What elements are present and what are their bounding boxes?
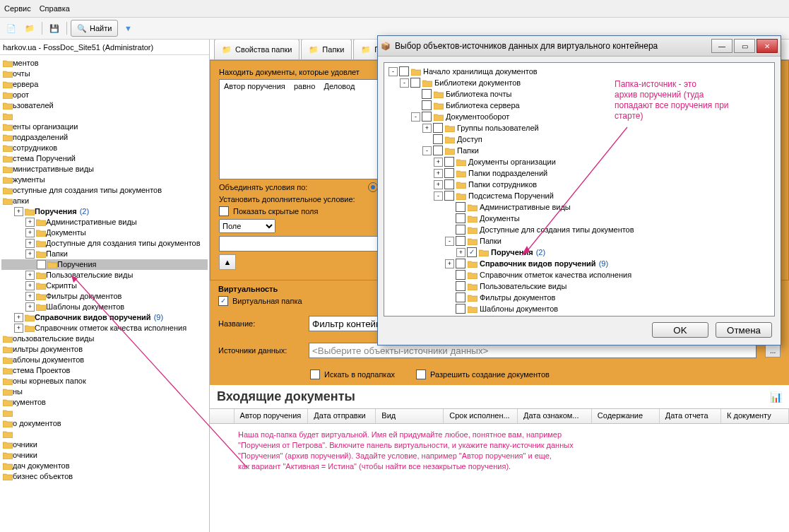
expand-icon[interactable]: + — [25, 292, 35, 301]
dialog-tree-item[interactable]: Справочник отметок качества исполнения — [387, 269, 771, 280]
tree-item[interactable]: стема Поручений — [1, 153, 208, 164]
tree-item[interactable]: енты организации — [1, 122, 208, 132]
search-subfolders-check[interactable] — [310, 370, 320, 379]
combine-and-radio[interactable] — [368, 182, 378, 192]
dialog-tree-item[interactable]: -Папки — [387, 145, 771, 156]
expand-icon[interactable]: - — [388, 67, 398, 76]
tree-checkbox[interactable] — [456, 225, 465, 235]
tree-item[interactable]: ервера — [1, 79, 208, 90]
close-button[interactable]: ✕ — [757, 39, 778, 53]
tree-item[interactable]: +Справочник видов поручений(9) — [1, 312, 208, 323]
dialog-tree-item[interactable]: Документы — [387, 213, 771, 224]
tree-checkbox[interactable] — [410, 78, 420, 88]
tree-item[interactable]: очты — [1, 69, 208, 79]
tab-folders[interactable]: 📁Папки — [301, 40, 352, 59]
dialog-tree-item[interactable]: -Подсистема Поручений — [387, 190, 771, 201]
tree-checkbox[interactable] — [456, 259, 465, 268]
tree-checkbox[interactable] — [444, 179, 454, 189]
dialog-tree-item[interactable]: Пользовательские виды — [387, 280, 771, 292]
dialog-tree-item[interactable]: Административные виды — [387, 201, 771, 213]
tab-folder-props[interactable]: 📁Свойства папки — [214, 40, 299, 59]
tree-item[interactable]: +Справочник отметок качества исполнения — [1, 323, 208, 333]
tree-item[interactable]: дач документов — [1, 461, 208, 471]
tree-item[interactable]: стема Проектов — [1, 365, 208, 376]
tree-item[interactable]: +Документы — [1, 227, 208, 238]
expand-icon[interactable]: - — [434, 191, 443, 201]
tree-item[interactable] — [1, 429, 208, 439]
expand-icon[interactable]: + — [422, 124, 432, 133]
expand-icon[interactable]: + — [25, 249, 35, 259]
sources-browse-button[interactable]: ... — [765, 343, 781, 357]
expand-icon[interactable]: + — [25, 228, 35, 237]
tree-item[interactable]: аблоны документов — [1, 355, 208, 365]
nav-tree[interactable]: ментовочтыервераоротьзователейенты орган… — [0, 55, 209, 532]
tree-item[interactable]: +Папки — [1, 249, 208, 259]
dialog-tree-item[interactable]: +Группы пользователей — [387, 122, 771, 134]
menu-help[interactable]: Справка — [40, 4, 70, 13]
tree-checkbox[interactable] — [456, 270, 465, 280]
tree-checkbox[interactable] — [433, 134, 443, 144]
tree-item[interactable]: ользовательские виды — [1, 333, 208, 344]
expand-icon[interactable]: + — [14, 313, 23, 322]
tree-item[interactable]: +Шаблоны документов — [1, 302, 208, 312]
grid-col-header[interactable]: Срок исполнен... — [444, 409, 518, 423]
tree-item[interactable]: очники — [1, 439, 208, 450]
dialog-tree-item[interactable]: Библиотека сервера — [387, 100, 771, 111]
grid-col-header[interactable]: Содержание — [592, 409, 660, 423]
menu-service[interactable]: Сервис — [4, 4, 31, 13]
dialog-tree-item[interactable]: +Документы организации — [387, 156, 771, 167]
tree-checkbox[interactable] — [433, 123, 443, 133]
expand-icon[interactable]: + — [25, 302, 35, 312]
minimize-button[interactable]: — — [711, 39, 732, 53]
dialog-tree-item[interactable]: -Папки — [387, 235, 771, 247]
tree-item[interactable]: бизнес объектов — [1, 471, 208, 482]
dialog-tree-item[interactable]: Доступ — [387, 134, 771, 145]
expand-icon[interactable]: + — [445, 259, 454, 268]
dialog-tree-item[interactable]: Библиотека почты — [387, 88, 771, 100]
tree-item[interactable]: ны — [1, 386, 208, 397]
expand-icon[interactable] — [37, 260, 46, 269]
cancel-button[interactable]: Отмена — [716, 322, 772, 338]
tree-item[interactable]: жументы — [1, 175, 208, 185]
expand-icon[interactable]: - — [400, 78, 409, 88]
tree-item[interactable]: +Пользовательские виды — [1, 270, 208, 280]
virtual-folder-check[interactable] — [218, 296, 228, 306]
filter-icon[interactable]: ▼ — [119, 20, 136, 37]
tree-checkbox[interactable] — [456, 202, 465, 212]
tree-item[interactable]: подразделений — [1, 132, 208, 143]
tree-item[interactable]: кументов — [1, 397, 208, 408]
dialog-tree-item[interactable]: Доступные для создания типы документов — [387, 224, 771, 235]
tree-checkbox[interactable] — [422, 112, 432, 122]
tree-item[interactable]: сотрудников — [1, 143, 208, 153]
grid-col-header[interactable]: Дата отчета — [660, 409, 721, 423]
grid-col-header[interactable]: Автор поручения — [235, 409, 309, 423]
tree-checkbox[interactable] — [444, 191, 454, 201]
grid-col-header[interactable]: К документу — [721, 409, 789, 423]
save-icon[interactable]: 💾 — [46, 20, 63, 37]
dialog-tree-item[interactable]: -Документооборот — [387, 111, 771, 122]
expand-icon[interactable]: - — [411, 112, 420, 122]
expand-icon[interactable]: + — [14, 324, 23, 333]
expand-icon[interactable]: + — [14, 207, 23, 216]
show-hidden-check[interactable] — [219, 206, 229, 216]
grid-col-header[interactable]: Дата отправки — [308, 409, 376, 423]
tree-checkbox[interactable] — [456, 213, 465, 223]
chart-icon[interactable]: 📊 — [770, 391, 782, 403]
tree-checkbox[interactable] — [433, 146, 443, 155]
tree-checkbox[interactable] — [456, 292, 465, 302]
expand-icon[interactable]: + — [434, 169, 443, 178]
tree-checkbox[interactable] — [422, 89, 432, 99]
dialog-tree-item[interactable]: +Поручения(2) — [387, 247, 771, 258]
tree-item[interactable]: о документов — [1, 418, 208, 429]
grid-col-header[interactable]: Дата ознаком... — [518, 409, 592, 423]
ok-button[interactable]: OK — [652, 322, 708, 338]
tree-item[interactable]: ильтры документов — [1, 344, 208, 355]
tree-item[interactable]: оступные для создания типы документов — [1, 185, 208, 196]
toolbar-btn-1[interactable]: 📄 — [3, 20, 20, 37]
tree-item[interactable]: орот — [1, 90, 208, 100]
tree-checkbox[interactable] — [399, 66, 409, 76]
tree-item[interactable]: ментов — [1, 58, 208, 69]
expand-icon[interactable]: + — [434, 180, 443, 189]
up-button[interactable]: ▲ — [219, 254, 236, 270]
tree-item[interactable] — [1, 111, 208, 122]
